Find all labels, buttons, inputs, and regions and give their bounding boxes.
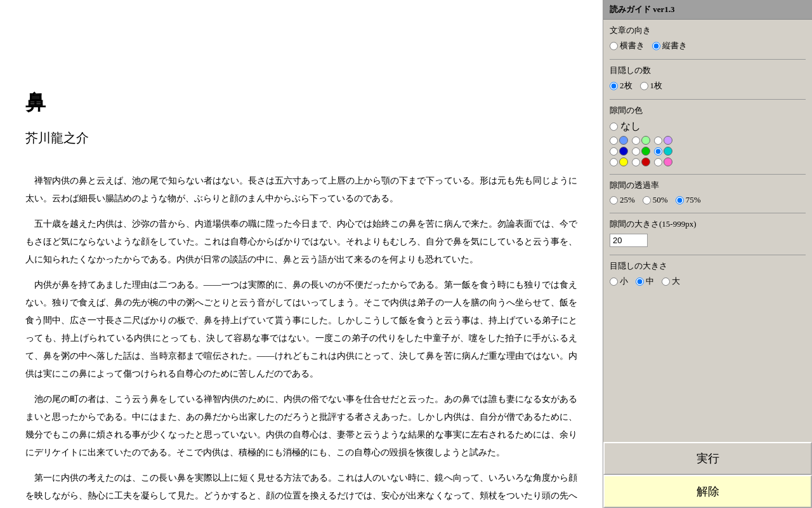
- color-option-red[interactable]: [654, 147, 672, 156]
- color-swatch-red: [641, 157, 650, 166]
- cancel-button[interactable]: 解除: [603, 475, 812, 508]
- direction-radio-vertical[interactable]: [652, 42, 660, 50]
- divider-4: [610, 213, 806, 213]
- opacity-section: 隙間の透過率 25% 50% 75%: [610, 180, 806, 205]
- blinds-size-section: 目隠しの大きさ 小 中 大: [610, 260, 806, 287]
- color-swatch-blue-light: [619, 136, 628, 145]
- color-radio-purple-light[interactable]: [654, 137, 662, 145]
- opacity-radio-50[interactable]: [643, 196, 651, 204]
- panel-buttons: 実行 解除: [603, 442, 812, 508]
- direction-option-horizontal[interactable]: 横書き: [610, 40, 645, 51]
- blinds-size-option-small[interactable]: 小: [610, 276, 628, 287]
- color-swatch-green: [641, 147, 650, 156]
- direction-radio-group: 横書き 縦書き: [610, 40, 806, 51]
- divider-1: [610, 59, 806, 60]
- blinds-count-label-1: 1枚: [650, 80, 663, 91]
- color-option-blue-light[interactable]: [610, 136, 628, 145]
- color-swatch-blue: [619, 147, 628, 156]
- direction-option-vertical[interactable]: 縦書き: [652, 40, 687, 51]
- direction-section: 文章の向き 横書き 縦書き: [610, 25, 806, 51]
- paragraph-4: 第一に内供の考えたのは、この長い鼻を実際以上に短く見せる方法である。これは人のい…: [25, 469, 577, 508]
- color-radio-blue-light[interactable]: [610, 137, 618, 145]
- blinds-size-label-small: 小: [620, 276, 628, 287]
- blinds-count-radio-group: 2枚 1枚: [610, 80, 806, 91]
- color-option-purple-light[interactable]: [654, 136, 672, 145]
- blinds-count-option-1[interactable]: 1枚: [640, 80, 663, 91]
- opacity-label-50: 50%: [653, 195, 668, 205]
- gap-color-section: 隙間の色 なし: [610, 105, 806, 166]
- right-panel: 読みガイド ver1.3 文章の向き 横書き 縦書き 目隠しの数: [603, 0, 812, 508]
- color-swatch-purple-light: [664, 136, 672, 145]
- blinds-count-radio-1[interactable]: [640, 82, 648, 90]
- paragraph-0: 禅智内供の鼻と云えば、池の尾で知らない者はない。長さは五六寸あって上唇の上から顎…: [25, 172, 577, 208]
- gap-size-label: 隙間の大きさ(15-999px): [610, 218, 806, 230]
- main-content[interactable]: 鼻 芥川龍之介 禅智内供の鼻と云えば、池の尾で知らない者はない。長さは五六寸あっ…: [0, 0, 603, 508]
- blinds-size-option-large[interactable]: 大: [662, 276, 680, 287]
- direction-radio-horizontal[interactable]: [610, 42, 618, 50]
- paragraph-2: 内供が鼻を持てあました理由は二つある。——一つは実際的に、鼻の長いのが不便だった…: [25, 276, 577, 383]
- color-swatch-pink: [664, 157, 672, 166]
- author-name: 芥川龍之介: [25, 130, 577, 147]
- paragraph-3: 池の尾の町の者は、こう云う鼻をしている禅智内供のために、内供の俗でない事を仕合せ…: [25, 391, 577, 462]
- opacity-radio-25[interactable]: [610, 196, 618, 204]
- blinds-size-label-large: 大: [672, 276, 680, 287]
- color-option-pink[interactable]: [654, 157, 672, 166]
- blinds-count-radio-2[interactable]: [610, 82, 618, 90]
- color-radio-yellow[interactable]: [610, 158, 618, 166]
- color-option-green[interactable]: [632, 147, 650, 156]
- color-swatch-yellow: [619, 157, 628, 166]
- blinds-size-label-medium: 中: [646, 276, 654, 287]
- page-title: 鼻: [25, 89, 577, 117]
- color-option-yellow[interactable]: [610, 157, 628, 166]
- blinds-count-label-2: 2枚: [620, 80, 632, 91]
- color-option-blue[interactable]: [610, 147, 628, 156]
- paragraph-1: 五十歳を越えた内供は、沙弥の昔から、内道場供奉の職に陞った今日まで、内心では始終…: [25, 215, 577, 269]
- blinds-size-radio-large[interactable]: [662, 277, 670, 286]
- color-none-label: なし: [620, 120, 641, 133]
- panel-body: 文章の向き 横書き 縦書き 目隠しの数 2枚: [603, 20, 812, 442]
- blinds-count-label: 目隠しの数: [610, 65, 806, 76]
- opacity-option-50[interactable]: 50%: [643, 195, 668, 205]
- blinds-count-section: 目隠しの数 2枚 1枚: [610, 65, 806, 91]
- color-radio-pink[interactable]: [654, 158, 662, 166]
- blinds-size-label: 目隠しの大きさ: [610, 260, 806, 272]
- opacity-option-25[interactable]: 25%: [610, 195, 635, 205]
- execute-button[interactable]: 実行: [603, 442, 812, 475]
- color-radio-red2[interactable]: [632, 158, 640, 166]
- direction-label-vertical: 縦書き: [662, 40, 687, 51]
- divider-3: [610, 174, 806, 175]
- opacity-radio-75[interactable]: [676, 196, 684, 204]
- color-option-red2[interactable]: [632, 157, 650, 166]
- blinds-size-radio-small[interactable]: [610, 277, 618, 286]
- color-row-3: [610, 157, 806, 166]
- color-row-2: [610, 147, 806, 156]
- color-radio-green[interactable]: [632, 147, 640, 156]
- color-option-green-light[interactable]: [632, 136, 650, 145]
- divider-2: [610, 99, 806, 100]
- color-swatch-teal: [664, 147, 672, 156]
- blinds-size-option-medium[interactable]: 中: [636, 276, 654, 287]
- opacity-radio-group: 25% 50% 75%: [610, 195, 806, 205]
- opacity-label-75: 75%: [686, 195, 701, 205]
- opacity-option-75[interactable]: 75%: [676, 195, 701, 205]
- divider-5: [610, 255, 806, 255]
- color-row-1: [610, 136, 806, 145]
- blinds-size-radio-medium[interactable]: [636, 277, 644, 286]
- color-radio-blue[interactable]: [610, 147, 618, 156]
- gap-size-section: 隙間の大きさ(15-999px): [610, 218, 806, 247]
- color-radio-none[interactable]: [610, 123, 618, 131]
- color-none-row: なし: [610, 120, 806, 133]
- blinds-size-radio-group: 小 中 大: [610, 276, 806, 287]
- gap-size-input[interactable]: [610, 234, 648, 247]
- direction-label: 文章の向き: [610, 25, 806, 36]
- blinds-count-option-2[interactable]: 2枚: [610, 80, 632, 91]
- color-radio-green-light[interactable]: [632, 137, 640, 145]
- opacity-label: 隙間の透過率: [610, 180, 806, 191]
- opacity-label-25: 25%: [620, 195, 635, 205]
- gap-color-label: 隙間の色: [610, 105, 806, 116]
- panel-header: 読みガイド ver1.3: [603, 0, 812, 20]
- direction-label-horizontal: 横書き: [620, 40, 645, 51]
- color-swatch-green-light: [641, 136, 650, 145]
- color-radio-red[interactable]: [654, 147, 662, 156]
- color-grid: [610, 136, 806, 166]
